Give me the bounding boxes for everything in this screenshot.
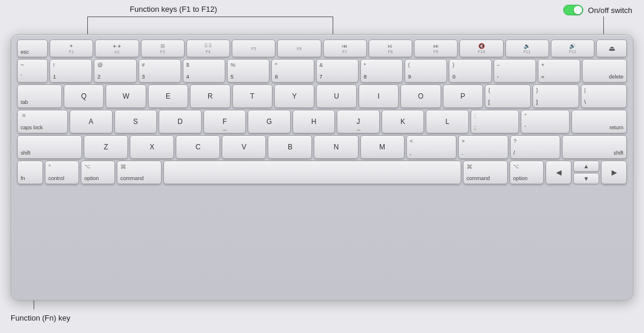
key-bracket-right[interactable]: } ]: [533, 84, 579, 108]
key-minus[interactable]: – -: [494, 59, 536, 83]
key-f9[interactable]: ⏭ F9: [414, 40, 458, 57]
key-6[interactable]: ^ 6: [271, 59, 314, 83]
key-option-right[interactable]: ⌥ option: [510, 161, 544, 184]
key-c[interactable]: C: [176, 135, 220, 159]
key-f8[interactable]: ⏯ F8: [369, 40, 412, 57]
key-command-right[interactable]: ⌘ command: [463, 161, 508, 184]
key-e[interactable]: E: [148, 84, 188, 108]
key-fn[interactable]: fn: [17, 161, 43, 184]
zxcv-row: shift Z X C V B N M < , > . ? / shift: [17, 135, 627, 159]
key-caps-lock[interactable]: caps lock: [17, 110, 68, 133]
asdf-row: caps lock A S D F G H J K L : ; " ' retu…: [17, 110, 627, 133]
key-t[interactable]: T: [232, 84, 272, 108]
key-s[interactable]: S: [114, 110, 157, 133]
key-x[interactable]: X: [130, 135, 174, 159]
key-l[interactable]: L: [426, 110, 469, 133]
keyboard: esc ✦ F1 ✦✦ F2 ⊞ F3 ⠿⠿ F4 F5 F6 ⏮ F7: [11, 34, 633, 301]
key-arrow-up[interactable]: ▲: [573, 161, 599, 172]
key-f1[interactable]: ✦ F1: [50, 40, 93, 57]
function-keys-line-left: [87, 17, 88, 35]
key-d[interactable]: D: [159, 110, 202, 133]
key-semicolon[interactable]: : ;: [471, 110, 520, 133]
key-f[interactable]: F: [203, 110, 247, 133]
function-keys-line-right: [333, 17, 333, 35]
key-4[interactable]: $ 4: [183, 59, 225, 83]
key-j[interactable]: J: [337, 110, 380, 133]
key-tab[interactable]: tab: [17, 84, 62, 108]
key-p[interactable]: P: [443, 84, 483, 108]
key-f6[interactable]: F6: [277, 40, 321, 57]
key-esc[interactable]: esc: [17, 40, 48, 57]
key-f11[interactable]: 🔉 F11: [505, 40, 549, 57]
key-v[interactable]: V: [222, 135, 266, 159]
key-space[interactable]: [163, 161, 461, 184]
key-command-left[interactable]: ⌘ command: [117, 161, 162, 184]
key-r[interactable]: R: [190, 84, 230, 108]
key-1[interactable]: ! 1: [50, 59, 92, 83]
key-7[interactable]: & 7: [316, 59, 359, 83]
function-keys-line-top: [87, 17, 333, 17]
key-b[interactable]: B: [268, 135, 312, 159]
key-i[interactable]: I: [359, 84, 399, 108]
key-f2[interactable]: ✦✦ F2: [95, 40, 139, 57]
key-m[interactable]: M: [360, 135, 405, 159]
key-0[interactable]: ) 0: [449, 59, 491, 83]
key-arrow-down[interactable]: ▼: [573, 173, 599, 184]
key-a[interactable]: A: [70, 110, 113, 133]
key-k[interactable]: K: [382, 110, 425, 133]
key-g[interactable]: G: [248, 110, 291, 133]
key-8[interactable]: * 8: [360, 59, 403, 83]
key-eject[interactable]: ⏏: [596, 40, 627, 57]
key-h[interactable]: H: [293, 110, 336, 133]
bottom-row: fn ^ control ⌥ option ⌘ command ⌘ comman…: [17, 161, 627, 184]
fn-key-row: esc ✦ F1 ✦✦ F2 ⊞ F3 ⠿⠿ F4 F5 F6 ⏮ F7: [17, 40, 627, 57]
key-slash[interactable]: ? /: [510, 135, 560, 159]
key-f4[interactable]: ⠿⠿ F4: [186, 40, 230, 57]
key-return[interactable]: return: [571, 110, 627, 133]
key-3[interactable]: # 3: [139, 59, 181, 83]
key-n[interactable]: N: [314, 135, 358, 159]
key-quote[interactable]: " ': [521, 110, 570, 133]
key-o[interactable]: O: [400, 84, 441, 108]
function-keys-label: Function keys (F1 to F12): [130, 5, 217, 14]
fn-key-label: Function (Fn) key: [11, 314, 70, 322]
key-z[interactable]: Z: [84, 135, 128, 159]
key-arrow-right[interactable]: ▶: [601, 161, 627, 184]
key-f7[interactable]: ⏮ F7: [323, 40, 367, 57]
key-y[interactable]: Y: [274, 84, 314, 108]
key-w[interactable]: W: [106, 84, 146, 108]
key-comma[interactable]: < ,: [406, 135, 456, 159]
key-2[interactable]: @ 2: [94, 59, 136, 83]
key-delete[interactable]: delete: [582, 59, 627, 83]
key-f10[interactable]: 🔇 F10: [459, 40, 503, 57]
key-bracket-left[interactable]: { [: [485, 84, 531, 108]
number-row: ~ ` ! 1 @ 2 # 3 $ 4 % 5 ^ 6 & 7: [17, 59, 627, 83]
key-q[interactable]: Q: [64, 84, 104, 108]
key-control[interactable]: ^ control: [45, 161, 79, 184]
key-f12[interactable]: 🔊 F12: [551, 40, 594, 57]
onoff-switch-label: On/off switch: [563, 5, 632, 15]
key-arrow-left[interactable]: ◀: [546, 161, 571, 184]
key-f3[interactable]: ⊞ F3: [141, 40, 185, 57]
onoff-line: [603, 17, 604, 35]
key-period[interactable]: > .: [458, 135, 508, 159]
key-5[interactable]: % 5: [227, 59, 270, 83]
key-option-left[interactable]: ⌥ option: [81, 161, 115, 184]
key-backslash[interactable]: | \: [581, 84, 627, 108]
qwerty-row: tab Q W E R T Y U I O P { [ } ] | \: [17, 84, 627, 108]
toggle-switch-icon[interactable]: [563, 5, 583, 15]
key-shift-left[interactable]: shift: [17, 135, 82, 159]
key-9[interactable]: ( 9: [405, 59, 447, 83]
key-f5[interactable]: F5: [232, 40, 275, 57]
key-arrows-updown: ▲ ▼: [573, 161, 599, 184]
key-backtick[interactable]: ~ `: [17, 59, 48, 83]
key-equals[interactable]: + =: [538, 59, 580, 83]
key-shift-right[interactable]: shift: [562, 135, 627, 159]
key-u[interactable]: U: [316, 84, 356, 108]
